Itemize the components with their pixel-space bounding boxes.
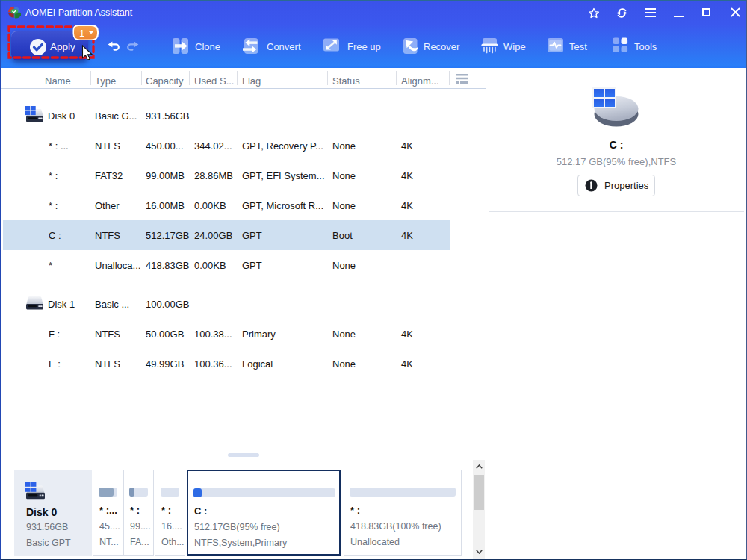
svg-text:1: 1 (79, 28, 84, 39)
